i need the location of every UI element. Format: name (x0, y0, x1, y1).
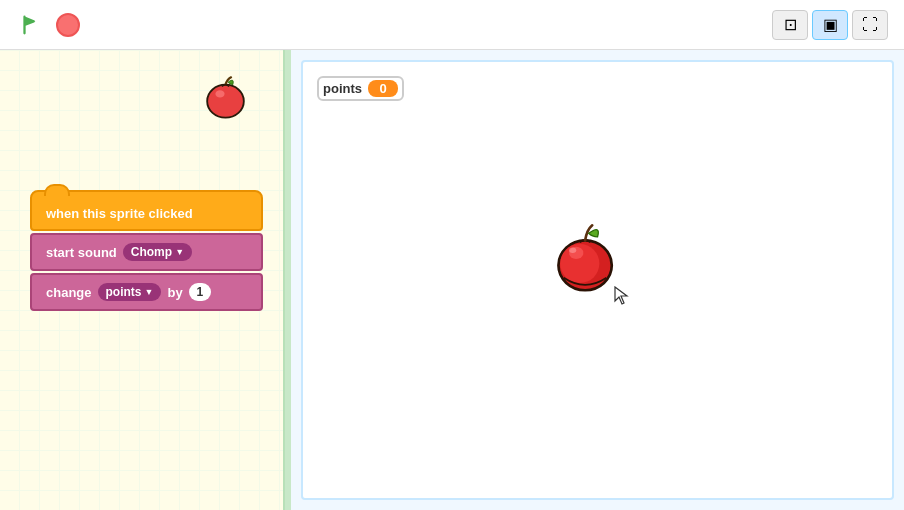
green-flag-button[interactable] (16, 11, 44, 39)
variable-block-prefix: change (46, 285, 92, 300)
sound-name-dropdown[interactable]: Chomp ▼ (123, 243, 192, 261)
sound-block-prefix: start sound (46, 245, 117, 260)
stage[interactable]: points 0 (301, 60, 894, 500)
view-controls: ⊡ ▣ ⛶ (772, 10, 888, 40)
code-panel: when this sprite clicked start sound Cho… (0, 50, 285, 510)
top-bar-controls (16, 11, 80, 39)
variable-amount: 1 (189, 283, 212, 301)
svg-point-6 (569, 248, 576, 253)
stop-button[interactable] (56, 13, 80, 37)
stage-view-button[interactable]: ▣ (812, 10, 848, 40)
apple-sprite-svg (546, 214, 626, 299)
stage-panel: points 0 (291, 50, 904, 510)
top-bar: ⊡ ▣ ⛶ (0, 0, 904, 50)
apple-sprite-stage[interactable] (546, 214, 626, 303)
variable-monitor-name: points (323, 81, 362, 96)
green-flag-icon (19, 14, 41, 36)
sound-name-label: Chomp (131, 245, 172, 259)
sound-dropdown-arrow: ▼ (175, 247, 184, 257)
variable-name-label: points (106, 285, 142, 299)
event-block[interactable]: when this sprite clicked (30, 190, 263, 231)
sprite-apple-icon (198, 70, 253, 125)
sidebar-view-icon: ⊡ (784, 15, 797, 34)
sidebar-view-button[interactable]: ⊡ (772, 10, 808, 40)
fullscreen-button[interactable]: ⛶ (852, 10, 888, 40)
variable-block[interactable]: change points ▼ by 1 (30, 273, 263, 311)
variable-name-dropdown[interactable]: points ▼ (98, 283, 162, 301)
sprite-thumbnail (198, 70, 253, 125)
fullscreen-icon: ⛶ (862, 16, 878, 34)
variable-monitor-value: 0 (368, 80, 398, 97)
main-layout: when this sprite clicked start sound Cho… (0, 50, 904, 510)
variable-dropdown-arrow: ▼ (145, 287, 154, 297)
sound-block[interactable]: start sound Chomp ▼ (30, 233, 263, 271)
code-blocks-area: when this sprite clicked start sound Cho… (30, 190, 263, 311)
variable-monitor: points 0 (317, 76, 404, 101)
svg-point-1 (207, 85, 244, 118)
stage-view-icon: ▣ (823, 15, 838, 34)
svg-point-2 (215, 90, 224, 97)
variable-by-label: by (167, 285, 182, 300)
event-block-label: when this sprite clicked (46, 206, 193, 221)
